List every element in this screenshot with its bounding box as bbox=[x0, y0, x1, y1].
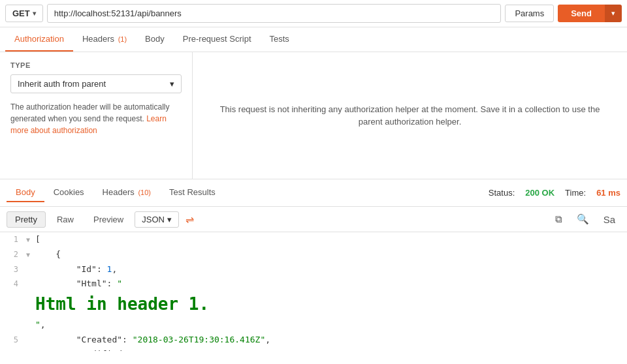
json-line: 6 "Modified": "2018-03-26T19:30:16.416Z" bbox=[0, 347, 627, 351]
auth-helper-message: This request is not inheriting any autho… bbox=[214, 103, 606, 129]
resp-headers-badge: (10) bbox=[138, 189, 151, 196]
copy-button[interactable]: ⧉ bbox=[550, 211, 568, 228]
view-raw-button[interactable]: Raw bbox=[48, 211, 82, 228]
line-number: 5 bbox=[0, 333, 26, 347]
json-line: 3 "Id": 1, bbox=[0, 262, 627, 277]
line-toggle-icon bbox=[26, 263, 35, 277]
tab-tests[interactable]: Tests bbox=[261, 27, 298, 52]
auth-panel: TYPE Inherit auth from parent ▾ The auth… bbox=[0, 52, 627, 179]
line-toggle-icon[interactable]: ▼ bbox=[26, 248, 35, 262]
json-line: 1▼[ bbox=[0, 232, 627, 247]
auth-type-label: TYPE bbox=[10, 61, 182, 69]
line-number: 1 bbox=[0, 233, 26, 247]
response-tabs: Body Cookies Headers (10) Test Results bbox=[7, 183, 225, 202]
resp-tab-headers[interactable]: Headers (10) bbox=[93, 183, 160, 202]
line-number: 2 bbox=[0, 248, 26, 262]
auth-left: TYPE Inherit auth from parent ▾ The auth… bbox=[0, 52, 193, 179]
status-value: 200 OK bbox=[525, 188, 555, 198]
method-chevron-icon: ▾ bbox=[33, 10, 36, 17]
format-chevron-icon: ▾ bbox=[167, 215, 172, 224]
line-number: 6 bbox=[0, 348, 26, 351]
line-content: "Modified": "2018-03-26T19:30:16.416Z" bbox=[35, 348, 627, 351]
auth-right: This request is not inheriting any autho… bbox=[193, 52, 627, 179]
auth-select-value: Inherit auth from parent bbox=[18, 79, 106, 89]
format-select[interactable]: JSON ▾ bbox=[135, 211, 179, 228]
time-value: 61 ms bbox=[596, 188, 620, 198]
auth-description: The authorization header will be automat… bbox=[10, 101, 182, 136]
save-button[interactable]: Sa bbox=[598, 211, 620, 228]
format-value: JSON bbox=[142, 215, 165, 224]
line-content: "Html": "Html in header 1.", bbox=[35, 277, 627, 331]
view-pretty-button[interactable]: Pretty bbox=[7, 211, 46, 228]
request-tabs: Authorization Headers (1) Body Pre-reque… bbox=[0, 27, 627, 52]
method-label: GET bbox=[12, 8, 30, 18]
headers-badge: (1) bbox=[118, 35, 127, 43]
tab-body[interactable]: Body bbox=[136, 27, 174, 52]
json-line: 4 "Html": "Html in header 1.", bbox=[0, 277, 627, 332]
format-bar: Pretty Raw Preview JSON ▾ ⇌ ⧉ 🔍 Sa bbox=[0, 207, 627, 232]
line-toggle-icon bbox=[26, 277, 35, 331]
url-input[interactable] bbox=[47, 4, 502, 23]
tab-headers[interactable]: Headers (1) bbox=[73, 27, 136, 52]
json-viewer: 1▼[2▼ {3 "Id": 1,4 "Html": "Html in head… bbox=[0, 232, 627, 351]
line-content: [ bbox=[35, 233, 627, 247]
line-number: 3 bbox=[0, 263, 26, 277]
line-toggle-icon bbox=[26, 333, 35, 347]
line-toggle-icon[interactable]: ▼ bbox=[26, 233, 35, 247]
status-label: Status: bbox=[489, 188, 515, 198]
response-meta: Status: 200 OK Time: 61 ms bbox=[489, 188, 620, 198]
response-bar: Body Cookies Headers (10) Test Results S… bbox=[0, 179, 627, 207]
json-line: 2▼ { bbox=[0, 247, 627, 262]
send-button[interactable]: Send bbox=[558, 5, 605, 22]
top-bar: GET ▾ Params Send ▾ bbox=[0, 0, 627, 27]
line-number: 4 bbox=[0, 277, 26, 331]
tab-pre-request[interactable]: Pre-request Script bbox=[174, 27, 261, 52]
auth-select-chevron-icon: ▾ bbox=[170, 79, 174, 89]
line-content: "Id": 1, bbox=[35, 263, 627, 277]
resp-tab-body[interactable]: Body bbox=[7, 183, 44, 202]
line-content: "Created": "2018-03-26T19:30:16.416Z", bbox=[35, 333, 627, 347]
params-button[interactable]: Params bbox=[505, 5, 554, 22]
json-line: 5 "Created": "2018-03-26T19:30:16.416Z", bbox=[0, 333, 627, 348]
method-select[interactable]: GET ▾ bbox=[5, 5, 43, 22]
resp-tab-cookies[interactable]: Cookies bbox=[44, 183, 93, 202]
time-label: Time: bbox=[565, 188, 586, 198]
line-toggle-icon bbox=[26, 348, 35, 351]
search-button[interactable]: 🔍 bbox=[571, 211, 594, 228]
view-preview-button[interactable]: Preview bbox=[85, 211, 132, 228]
send-btn-group: Send ▾ bbox=[558, 5, 622, 22]
line-content: { bbox=[35, 248, 627, 262]
send-dropdown-button[interactable]: ▾ bbox=[605, 5, 622, 22]
format-bar-right: ⧉ 🔍 Sa bbox=[550, 211, 620, 228]
wrap-icon[interactable]: ⇌ bbox=[185, 213, 194, 226]
auth-type-select[interactable]: Inherit auth from parent ▾ bbox=[10, 74, 182, 93]
tab-authorization[interactable]: Authorization bbox=[5, 27, 73, 52]
resp-tab-test-results[interactable]: Test Results bbox=[160, 183, 225, 202]
